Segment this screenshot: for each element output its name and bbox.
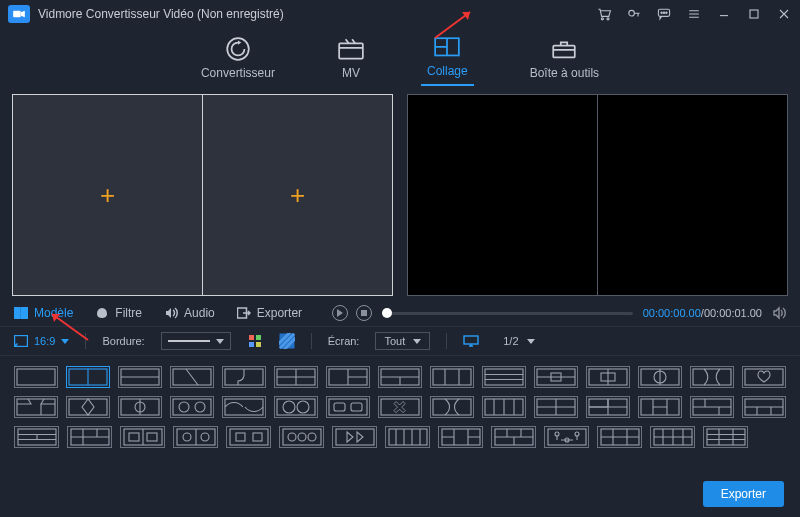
layout-38[interactable] (385, 426, 430, 448)
slot-1[interactable]: + (13, 95, 202, 295)
border-style-select[interactable] (161, 332, 231, 350)
feedback-icon[interactable] (656, 6, 672, 22)
layout-1[interactable] (14, 366, 58, 388)
close-icon[interactable] (776, 6, 792, 22)
svg-rect-13 (15, 308, 20, 319)
export-button[interactable]: Exporter (703, 481, 784, 507)
tab-toolbox[interactable]: Boîte à outils (524, 38, 605, 86)
key-icon[interactable] (626, 6, 642, 22)
svg-rect-80 (389, 429, 427, 445)
layout-39[interactable] (438, 426, 483, 448)
layout-17[interactable] (66, 396, 110, 418)
layout-40[interactable] (491, 426, 536, 448)
svg-rect-57 (433, 399, 471, 415)
subtab-filter[interactable]: Filtre (95, 306, 142, 320)
layout-13[interactable] (638, 366, 682, 388)
tab-collage[interactable]: Collage (421, 36, 474, 86)
layout-25[interactable] (482, 396, 526, 418)
layout-10[interactable] (482, 366, 526, 388)
layout-35[interactable] (226, 426, 271, 448)
layout-37[interactable] (332, 426, 377, 448)
svg-rect-19 (249, 335, 254, 340)
divider (311, 333, 312, 349)
layout-18[interactable] (118, 396, 162, 418)
minimize-icon[interactable] (716, 6, 732, 22)
layout-3[interactable] (118, 366, 162, 388)
layout-27[interactable] (586, 396, 630, 418)
layout-42[interactable] (597, 426, 642, 448)
layout-41[interactable] (544, 426, 589, 448)
volume-icon[interactable] (772, 306, 786, 320)
color-picker-button[interactable] (247, 333, 263, 349)
seekbar[interactable] (382, 312, 633, 315)
cart-icon[interactable] (596, 6, 612, 22)
layout-33[interactable] (120, 426, 165, 448)
svg-rect-24 (464, 336, 478, 344)
layout-43[interactable] (650, 426, 695, 448)
page-select[interactable]: 1/2 (495, 333, 542, 349)
layout-19[interactable] (170, 396, 214, 418)
layout-28[interactable] (638, 396, 682, 418)
layout-15[interactable] (742, 366, 786, 388)
svg-rect-43 (69, 399, 107, 415)
layout-14[interactable] (690, 366, 734, 388)
chevron-down-icon (413, 339, 421, 344)
tab-converter[interactable]: Convertisseur (195, 38, 281, 86)
menu-icon[interactable] (686, 6, 702, 22)
layout-26[interactable] (534, 396, 578, 418)
layout-7[interactable] (326, 366, 370, 388)
subtab-audio[interactable]: Audio (164, 306, 215, 320)
svg-point-6 (663, 12, 664, 13)
svg-point-7 (666, 12, 667, 13)
stop-button[interactable] (356, 305, 372, 321)
layout-8[interactable] (378, 366, 422, 388)
border-label: Bordure: (102, 335, 144, 347)
layout-20[interactable] (222, 396, 266, 418)
layout-5[interactable] (222, 366, 266, 388)
tab-toolbox-label: Boîte à outils (530, 66, 599, 80)
maximize-icon[interactable] (746, 6, 762, 22)
layout-29[interactable] (690, 396, 734, 418)
svg-point-78 (308, 433, 316, 441)
layout-11[interactable] (534, 366, 578, 388)
seek-thumb[interactable] (382, 308, 392, 318)
svg-rect-34 (485, 369, 523, 385)
pattern-button[interactable] (279, 333, 295, 349)
export-icon (237, 307, 251, 319)
layout-24[interactable] (430, 396, 474, 418)
converter-icon (224, 38, 252, 60)
svg-rect-14 (21, 308, 28, 313)
collage-icon (433, 36, 461, 58)
layout-21[interactable] (274, 396, 318, 418)
layout-32[interactable] (67, 426, 112, 448)
layout-31[interactable] (14, 426, 59, 448)
chevron-down-icon (61, 339, 69, 344)
aspect-ratio-select[interactable]: 16:9 (14, 335, 69, 347)
tab-mv[interactable]: MV (331, 38, 371, 86)
layout-34[interactable] (173, 426, 218, 448)
subtab-audio-label: Audio (184, 306, 215, 320)
layout-22[interactable] (326, 396, 370, 418)
svg-rect-21 (249, 342, 254, 347)
layout-4[interactable] (170, 366, 214, 388)
time-display: 00:00:00.00/00:00:01.00 (643, 307, 762, 319)
svg-rect-75 (283, 429, 321, 445)
layout-30[interactable] (742, 396, 786, 418)
svg-rect-12 (554, 46, 576, 58)
layout-9[interactable] (430, 366, 474, 388)
layout-2[interactable] (66, 366, 110, 388)
layout-12[interactable] (586, 366, 630, 388)
layout-23[interactable] (378, 396, 422, 418)
subtab-model[interactable]: Modèle (14, 306, 73, 320)
layout-6[interactable] (274, 366, 318, 388)
layout-44[interactable] (703, 426, 748, 448)
slot-2[interactable]: + (202, 95, 392, 295)
layout-16[interactable] (14, 396, 58, 418)
play-button[interactable] (332, 305, 348, 321)
svg-rect-89 (707, 429, 745, 445)
screen-select[interactable]: Tout (375, 332, 430, 350)
subtab-export[interactable]: Exporter (237, 306, 302, 320)
svg-point-85 (575, 432, 579, 436)
layout-36[interactable] (279, 426, 324, 448)
monitor-icon (463, 335, 479, 347)
